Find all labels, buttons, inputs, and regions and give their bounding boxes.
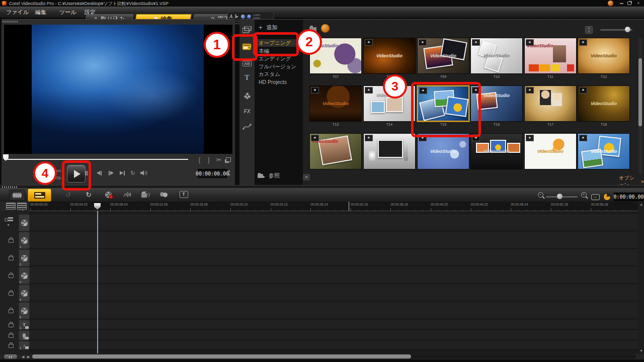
enlarge-preview-button[interactable] [226,157,231,162]
overlay-track-lane-3[interactable] [29,267,638,284]
panel-drag-handle[interactable] [3,21,18,23]
track-dropdown-arrow[interactable]: ▼ [7,223,10,227]
scroll-mode-button[interactable] [4,354,17,359]
storyboard-view-button[interactable] [9,190,25,201]
repeat-button[interactable]: ↻ [128,169,138,177]
template-thumb-T10[interactable]: VideoStudio★ [470,38,523,74]
overlay-track-lane-5[interactable] [29,302,638,319]
overlay-track-lane-1[interactable] [29,232,638,248]
template-thumb-T09[interactable]: VideoStudio★ [417,38,469,74]
project-duration-icon[interactable] [603,193,611,201]
category-4[interactable]: カスタム [255,70,303,78]
track-lock-icon[interactable] [9,256,14,260]
template-thumb-T12[interactable]: VideoStudio★ [578,38,630,74]
template-thumb-T19[interactable]: VideoStudio★ [309,133,362,169]
template-thumb-T13[interactable]: VideoStudio★ [309,85,362,122]
track-manager-button[interactable] [158,190,170,200]
nav-media[interactable] [241,25,253,35]
template-thumb-T23[interactable]: VideoStudio★ [524,133,577,169]
scrubber-track[interactable] [4,159,188,160]
preview-timecode[interactable]: 00:00:00.00 [198,169,227,178]
hscroll-thumb[interactable] [32,354,411,358]
volume-button[interactable] [138,169,148,177]
voice-track-lane[interactable] [29,330,638,340]
music-track-icon-cell[interactable]: ♪1 [19,341,30,350]
overlay-track-icon-cell[interactable]: 5 [19,302,30,319]
timecode-spinner[interactable]: ▲▼ [227,169,231,177]
title-track-lane-1[interactable] [29,320,638,329]
overlay-track-icon-cell[interactable]: 3 [19,267,30,284]
nav-motion-path[interactable] [241,122,253,132]
scroll-left-arrow[interactable]: ◀ [22,354,24,359]
music-track-lane-1[interactable] [29,341,638,349]
template-thumb-T24[interactable]: VideoStudio★ [578,133,630,169]
scroll-down-arrow[interactable]: ▼ [639,349,643,352]
overlay-track-icon-cell[interactable]: 2 [19,249,30,266]
scroll-up-arrow[interactable]: ▲ [639,203,643,206]
mark-in-button[interactable]: [ [199,156,200,163]
zoom-out-button[interactable]: − [534,190,546,200]
menu-0[interactable]: ファイル [6,9,29,16]
timeline-vertical-scrollbar[interactable] [639,202,644,353]
auto-music-button[interactable] [139,190,151,200]
next-frame-button[interactable] [106,169,116,177]
overlay-track-lane-2[interactable] [29,249,638,266]
browse-button[interactable]: 参照 [258,172,280,179]
overlay-track-lane-4[interactable] [29,285,638,301]
mark-out-button[interactable]: ] [208,156,209,163]
timeline-timecode[interactable]: 0:00:00.00 [614,193,643,201]
color-wheel-icon[interactable] [321,24,330,33]
voice-track-icon-cell[interactable] [19,330,30,340]
template-thumb-T08[interactable]: VideoStudio★ [363,38,416,74]
category-5[interactable]: HD Projects [255,78,303,86]
nav-graphic[interactable] [241,90,253,101]
template-thumb-T11[interactable]: VideoStudio★ [524,38,577,74]
track-lock-icon[interactable] [9,334,14,338]
overlay-track-icon-cell[interactable]: 4 [19,285,30,302]
gallery-scrollbar-thumb[interactable] [638,58,642,126]
undo-button[interactable]: ↺ [62,190,74,200]
split-clip-button[interactable]: ✂ [216,156,221,163]
show-all-tracks-icon[interactable] [6,203,16,210]
nav-title[interactable]: T [241,73,253,83]
redo-button[interactable]: ↻ [83,190,95,200]
template-thumb-T22[interactable]: VideoStudio★ [470,133,523,169]
track-lock-icon[interactable] [9,274,14,278]
corel-guide-icon[interactable] [608,1,613,6]
template-thumb-T21[interactable]: VideoStudio★ [417,133,469,169]
menu-2[interactable]: ツール [59,9,76,16]
timeline-zoom-knob[interactable] [557,194,562,199]
restore-button[interactable] [626,0,633,6]
fit-project-button[interactable]: ↔ [591,194,600,200]
template-thumb-T17[interactable]: ★ [524,85,577,122]
title-track-icon-cell[interactable]: T1 [19,320,30,330]
sort-by-name-icon[interactable]: AZ [585,26,593,34]
scroll-right-arrow[interactable]: ▶ [27,354,30,359]
timeline-ruler[interactable]: 00:00:00.0000:00:04.0200:00:08.0400:00:1… [29,202,638,211]
minimize-button[interactable] [618,0,625,6]
nav-filter[interactable]: FX [241,106,253,116]
track-lock-icon[interactable] [9,239,14,243]
track-lock-icon[interactable] [9,292,14,296]
track-lock-icon[interactable] [9,323,14,327]
video-track-icon-cell[interactable] [19,214,30,231]
template-thumb-T18[interactable]: VideoStudio★ [578,85,630,122]
subtitle-button[interactable]: T [178,190,190,200]
thumbnail-size-knob[interactable] [625,27,630,32]
end-frame-button[interactable] [117,169,127,177]
add-category-button[interactable]: + 追加 [259,24,278,31]
video-track-lane[interactable] [29,214,638,231]
menu-1[interactable]: 編集 [35,9,46,16]
record-capture-button[interactable] [102,190,114,200]
ime-tools-icon[interactable] [234,14,239,19]
zoom-in-button[interactable]: + [578,190,590,200]
collapse-library-button[interactable]: « [303,174,310,180]
track-lock-icon[interactable] [9,344,14,348]
close-button[interactable]: × [635,0,642,6]
prev-frame-button[interactable] [94,169,104,177]
sound-mixer-button[interactable]: ♪ [121,190,133,200]
overlay-track-icon-cell[interactable]: 1 [19,232,30,249]
track-lock-icon[interactable] [9,309,14,313]
ime-caps-kana[interactable]: CAPSKANA [253,14,260,20]
scrubber-handle[interactable] [3,154,9,161]
